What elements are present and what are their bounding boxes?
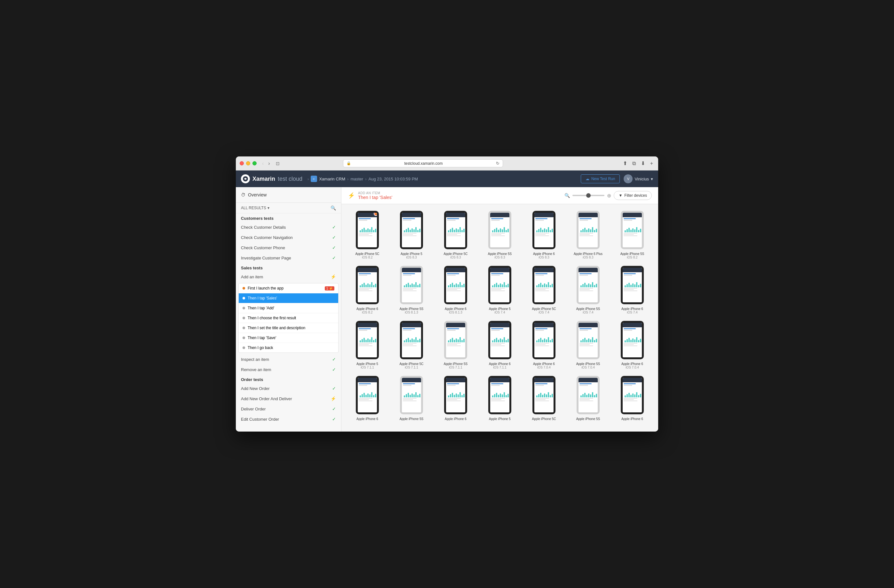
device-name: Apple iPhone 6 [445, 417, 467, 421]
share-button[interactable]: ⬆ [622, 160, 628, 167]
device-card[interactable]: Apple iPhone 5iOS 8.3 [392, 209, 431, 259]
device-card[interactable]: Apple iPhone 6 [436, 374, 475, 421]
device-card[interactable]: Apple iPhone 5iOS 7.1.1 [348, 319, 387, 369]
step-go-back[interactable]: Then I go back [239, 343, 338, 353]
tab-view-button[interactable]: ⊡ [274, 160, 281, 167]
minimize-button[interactable] [246, 161, 250, 165]
new-test-button[interactable]: ☁ New Test Run [581, 174, 620, 183]
device-name: Apple iPhone 5C [532, 307, 556, 311]
device-card[interactable]: Apple iPhone 5SiOS 8.3 [480, 209, 519, 259]
device-name: Apple iPhone 5S [576, 417, 600, 421]
sidebar-item-inspect-an-item[interactable]: Inspect an item ✓ [236, 354, 341, 364]
device-card[interactable]: Apple iPhone 5C [524, 374, 563, 421]
duplicate-button[interactable]: ⧉ [631, 160, 637, 167]
all-results-button[interactable]: ALL RESULTS ▾ [241, 206, 269, 210]
device-card[interactable]: Apple iPhone 6iOS 7.4 [613, 264, 652, 314]
device-card[interactable]: ⚡Apple iPhone 5CiOS 8.2 [348, 209, 387, 259]
refresh-icon[interactable]: ↻ [496, 161, 500, 166]
device-card[interactable]: Apple iPhone 5CiOS 7.1.1 [392, 319, 431, 369]
device-card[interactable]: Apple iPhone 6 [348, 374, 387, 421]
device-name: Apple iPhone 6 Plus [574, 252, 603, 256]
pass-icon: ✓ [332, 245, 336, 250]
pass-icon: ✓ [332, 386, 336, 391]
url-bar[interactable]: 🔒 testcloud.xamarin.com ↻ [343, 159, 503, 167]
device-card[interactable]: Apple iPhone 5CiOS 7.4 [524, 264, 563, 314]
device-card[interactable]: Apple iPhone 6iOS 8.2 [348, 264, 387, 314]
device-card[interactable]: Apple iPhone 5SiOS 8.1.3 [392, 264, 431, 314]
device-card[interactable]: Apple iPhone 6 PlusiOS 8.3 [569, 209, 608, 259]
step-set-title[interactable]: Then I set the title and description [239, 323, 338, 333]
breadcrumb-app[interactable]: C Xamarin CRM [311, 176, 345, 182]
device-card[interactable]: Apple iPhone 6iOS 7.0.4 [524, 319, 563, 369]
device-os: iOS 8.1.3 [449, 311, 462, 314]
sidebar-item-add-new-order[interactable]: Add New Order ✓ [236, 383, 341, 394]
device-card[interactable]: Apple iPhone 5SiOS 7.1.1 [436, 319, 475, 369]
filter-devices-button[interactable]: ▼ Filter devices [614, 191, 652, 200]
sidebar-item-remove-an-item[interactable]: Remove an item ✓ [236, 364, 341, 375]
close-button[interactable] [240, 161, 244, 165]
step-tap-add[interactable]: Then I tap 'Add' [239, 303, 338, 313]
sidebar-item-check-customer-phone[interactable]: Check Customer Phone ✓ [236, 243, 341, 253]
step-choose-first-result[interactable]: Then I choose the first result [239, 313, 338, 323]
all-results-label: ALL RESULTS [241, 206, 266, 210]
step-launch-app[interactable]: First I launch the app 1 ⚡ [239, 283, 338, 293]
back-button[interactable]: ‹ [260, 160, 265, 167]
titlebar-actions: ⬆ ⧉ ⬇ + [622, 160, 654, 167]
add-tab-button[interactable]: + [649, 160, 654, 167]
device-card[interactable]: Apple iPhone 5CiOS 8.3 [436, 209, 475, 259]
zoom-slider[interactable] [572, 195, 604, 196]
device-card[interactable]: Apple iPhone 6iOS 8.1.3 [436, 264, 475, 314]
device-card[interactable]: Apple iPhone 5SiOS 7.4 [569, 264, 608, 314]
step-label: ADD AN ITEM [358, 191, 392, 195]
step-content-title: Then I set the title and description [243, 326, 334, 330]
sidebar-item-check-customer-navigation[interactable]: Check Customer Navigation ✓ [236, 232, 341, 243]
app-header: Xamarin test cloud › C Xamarin CRM › mas… [236, 170, 658, 187]
device-name: Apple iPhone 6 [621, 307, 643, 311]
step-tap-save[interactable]: Then I tap 'Save' [239, 333, 338, 343]
orders-section-header: Order tests [236, 375, 341, 383]
zoom-out-icon[interactable]: 🔍 [565, 193, 570, 198]
device-os: iOS 8.3 [583, 256, 593, 259]
download-button[interactable]: ⬇ [640, 160, 646, 167]
sidebar-item-investigate-customer-page[interactable]: Investigate Customer Page ✓ [236, 253, 341, 263]
filter-icon: ▼ [619, 193, 622, 198]
search-button[interactable]: 🔍 [331, 205, 336, 211]
overview-button[interactable]: ⏱ Overview [241, 192, 267, 198]
device-name: Apple iPhone 6 [356, 417, 378, 421]
forward-button[interactable]: › [267, 160, 271, 167]
filter-label: Filter devices [624, 193, 647, 198]
chevron-down-icon: ▾ [267, 206, 269, 210]
step-dot-normal [243, 317, 245, 319]
device-name: Apple iPhone 5C [444, 252, 468, 256]
device-os: iOS 8.3 [494, 256, 505, 259]
breadcrumb-sep-1: › [308, 176, 309, 181]
step-tap-sales[interactable]: Then I tap 'Sales' [239, 293, 338, 303]
device-card[interactable]: Apple iPhone 6iOS 7.1.1 [480, 319, 519, 369]
device-os: iOS 7.1.1 [405, 366, 418, 369]
maximize-button[interactable] [252, 161, 257, 165]
device-card[interactable]: Apple iPhone 5S [569, 374, 608, 421]
sidebar-item-check-customer-details[interactable]: Check Customer Details ✓ [236, 222, 341, 232]
pass-icon: ✓ [332, 416, 336, 422]
device-card[interactable]: Apple iPhone 6 [613, 374, 652, 421]
device-os: iOS 8.3 [539, 256, 549, 259]
zoom-in-icon[interactable]: ⊕ [607, 193, 611, 199]
device-card[interactable]: Apple iPhone 5 [480, 374, 519, 421]
lock-icon: 🔒 [347, 161, 351, 165]
breadcrumb-sep-3: › [365, 176, 366, 181]
user-menu[interactable]: V Vinicius ▾ [624, 174, 653, 183]
sidebar-item-deliver-order[interactable]: Deliver Order ✓ [236, 404, 341, 414]
device-card[interactable]: Apple iPhone 6iOS 7.0.4 [613, 319, 652, 369]
sidebar-item-add-new-order-deliver[interactable]: Add New Order And Deliver ⚡ [236, 394, 341, 404]
device-os: iOS 7.1.1 [449, 366, 462, 369]
sidebar-item-edit-customer-order[interactable]: Edit Customer Order ✓ [236, 414, 341, 424]
sidebar-item-add-an-item[interactable]: Add an item ⚡ [236, 271, 341, 282]
device-card[interactable]: Apple iPhone 5S [392, 374, 431, 421]
device-card[interactable]: Apple iPhone 6iOS 8.3 [524, 209, 563, 259]
device-name: Apple iPhone 6 [533, 252, 555, 256]
device-card[interactable]: Apple iPhone 5iOS 7.4 [480, 264, 519, 314]
device-card[interactable]: Apple iPhone 5SiOS 7.0.4 [569, 319, 608, 369]
device-card[interactable]: Apple iPhone 5SiOS 8.2 [613, 209, 652, 259]
device-name: Apple iPhone 6 [445, 307, 467, 311]
pass-icon: ✓ [332, 255, 336, 261]
